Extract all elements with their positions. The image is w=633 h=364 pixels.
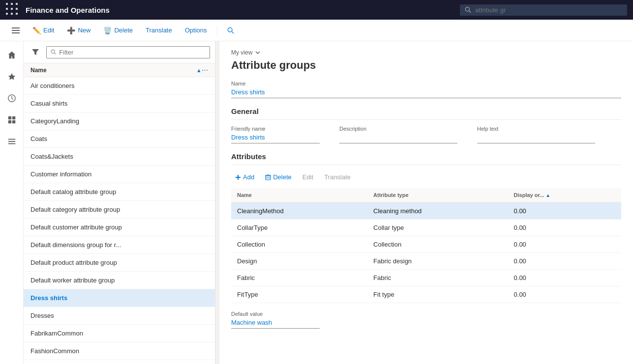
delete-attr-icon xyxy=(265,174,271,180)
svg-rect-2 xyxy=(12,28,20,28)
attr-cell-type: Collar type xyxy=(367,220,508,236)
svg-marker-7 xyxy=(8,73,15,80)
svg-line-17 xyxy=(54,53,56,55)
attr-cell-display: 0.00 xyxy=(508,286,621,303)
top-nav-bar: Finance and Operations xyxy=(0,0,633,20)
svg-rect-3 xyxy=(12,30,20,31)
attr-cell-display: 0.00 xyxy=(508,220,621,236)
attr-cell-type: Cleaning method xyxy=(367,202,508,220)
svg-rect-12 xyxy=(12,120,15,123)
list-item[interactable]: Coats&Jackets xyxy=(24,148,215,166)
attr-delete-button[interactable]: Delete xyxy=(261,171,296,183)
panel-splitter[interactable] xyxy=(215,41,219,364)
list-header: Name ▲ ⋯ xyxy=(24,63,215,77)
name-value: Dress shirts xyxy=(231,88,621,98)
list-item[interactable]: CategoryLanding xyxy=(24,112,215,130)
svg-line-1 xyxy=(469,11,471,13)
list-item[interactable]: Default category attribute group xyxy=(24,201,215,219)
list-item[interactable]: Default dimensions group for r... xyxy=(24,236,215,254)
description-field: Description xyxy=(339,126,457,143)
list-item[interactable]: Customer information xyxy=(24,166,215,183)
translate-button[interactable]: Translate xyxy=(141,24,177,37)
detail-panel: My view Attribute groups Name Dress shir… xyxy=(219,41,633,364)
global-search[interactable] xyxy=(460,4,627,16)
search-input[interactable] xyxy=(475,6,622,14)
svg-rect-9 xyxy=(8,116,11,119)
separator xyxy=(217,26,217,35)
attr-cell-type: Fabric xyxy=(367,270,508,286)
list-item[interactable]: Default product attribute group xyxy=(24,254,215,272)
sidebar-toggle-btn[interactable] xyxy=(7,24,25,37)
list-items: Air conditionersCasual shirtsCategoryLan… xyxy=(24,77,215,364)
options-button[interactable]: Options xyxy=(180,24,212,37)
list-item[interactable]: Casual shirts xyxy=(24,95,215,112)
my-view-label: My view xyxy=(231,49,252,56)
search-filter-button[interactable] xyxy=(222,24,239,37)
name-column-header: Name xyxy=(30,67,194,74)
edit-button[interactable]: ✏️ Edit xyxy=(28,24,59,37)
attr-cell-name: FitType xyxy=(231,286,367,303)
my-view-bar[interactable]: My view xyxy=(231,49,621,56)
column-more-icon[interactable]: ⋯ xyxy=(202,66,208,74)
workspaces-icon-btn[interactable] xyxy=(2,110,22,130)
list-item[interactable]: Dress shirts xyxy=(24,289,215,307)
page-title: Attribute groups xyxy=(231,59,621,72)
attr-cell-name: Design xyxy=(231,253,367,270)
search-icon xyxy=(465,6,471,13)
svg-point-0 xyxy=(465,7,469,11)
help-text-value xyxy=(477,134,595,143)
delete-button[interactable]: 🗑️ Delete xyxy=(98,24,138,37)
svg-point-16 xyxy=(51,50,55,53)
attr-cell-type: Fabric design xyxy=(367,253,508,270)
list-item[interactable]: Default catalog attribute group xyxy=(24,183,215,201)
new-icon: ➕ xyxy=(67,27,75,34)
attr-table-row[interactable]: CollarTypeCollar type0.00 xyxy=(231,220,621,236)
list-item[interactable]: Coats xyxy=(24,130,215,148)
list-item[interactable]: FabrikamCommon xyxy=(24,325,215,342)
list-item[interactable]: Air conditioners xyxy=(24,77,215,95)
list-icon-btn[interactable] xyxy=(2,132,22,151)
home-icon-btn[interactable] xyxy=(2,45,22,65)
list-item[interactable]: FashionSunglasses xyxy=(24,360,215,364)
list-item[interactable]: Dresses xyxy=(24,307,215,325)
help-text-label: Help text xyxy=(477,126,595,132)
attr-table-row[interactable]: CleaningMethodCleaning method0.00 xyxy=(231,202,621,220)
list-item[interactable]: FashionCommon xyxy=(24,342,215,360)
attr-table-row[interactable]: DesignFabric design0.00 xyxy=(231,253,621,270)
new-button[interactable]: ➕ New xyxy=(62,24,95,37)
name-field-group: Name Dress shirts xyxy=(231,81,621,98)
filter-search-icon xyxy=(51,49,56,55)
attr-cell-type: Fit type xyxy=(367,286,508,303)
list-panel: Name ▲ ⋯ Air conditionersCasual shirtsCa… xyxy=(24,41,215,364)
app-grid-icon[interactable] xyxy=(6,3,20,17)
sort-asc-icon: ▲ xyxy=(196,67,202,73)
command-bar: ✏️ Edit ➕ New 🗑️ Delete Translate Option… xyxy=(0,20,633,41)
add-icon xyxy=(235,174,241,180)
list-item[interactable]: Default customer attribute group xyxy=(24,219,215,236)
description-label: Description xyxy=(339,126,457,132)
list-item[interactable]: Default worker attribute group xyxy=(24,272,215,289)
delete-icon: 🗑️ xyxy=(103,27,112,34)
attr-cell-name: Collection xyxy=(231,236,367,253)
friendly-name-value: Dress shirts xyxy=(231,134,320,143)
filter-button[interactable] xyxy=(29,45,42,59)
col-type-header: Attribute type xyxy=(367,188,508,202)
attr-table-row[interactable]: CollectionCollection0.00 xyxy=(231,236,621,253)
favorites-icon-btn[interactable] xyxy=(2,67,22,86)
default-value-field: Machine wash xyxy=(231,319,320,329)
attr-edit-button[interactable]: Edit xyxy=(299,171,317,183)
edit-icon: ✏️ xyxy=(32,27,41,34)
attr-toolbar: Add Delete Edit Translate xyxy=(231,171,621,183)
friendly-name-label: Friendly name xyxy=(231,126,320,132)
general-section-title: General xyxy=(231,107,621,120)
attr-cell-display: 0.00 xyxy=(508,236,621,253)
attr-add-button[interactable]: Add xyxy=(231,171,258,183)
attr-translate-button[interactable]: Translate xyxy=(320,171,355,183)
filter-input-wrap xyxy=(46,46,210,58)
attr-table-row[interactable]: FitTypeFit type0.00 xyxy=(231,286,621,303)
filter-input[interactable] xyxy=(59,49,206,56)
attr-cell-display: 0.00 xyxy=(508,253,621,270)
recent-icon-btn[interactable] xyxy=(2,88,22,108)
friendly-name-field: Friendly name Dress shirts xyxy=(231,126,320,143)
attr-table-row[interactable]: FabricFabric0.00 xyxy=(231,270,621,286)
